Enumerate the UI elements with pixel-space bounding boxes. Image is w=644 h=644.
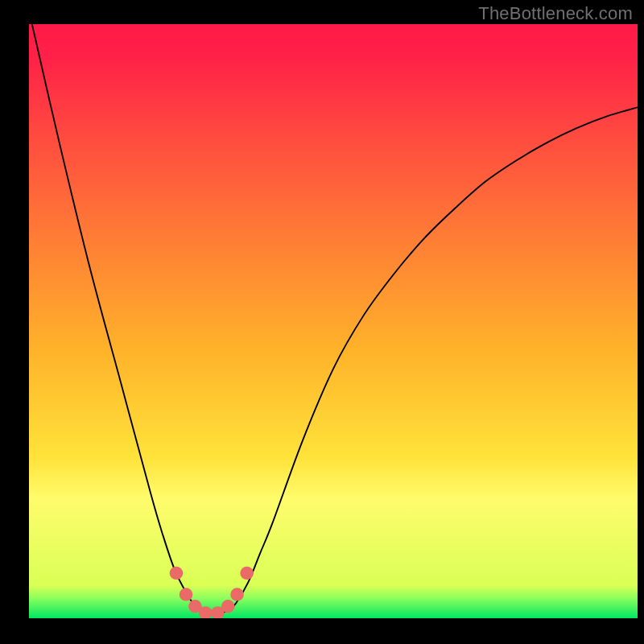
- trough-marker: [170, 567, 184, 580]
- trough-marker: [180, 588, 193, 601]
- trough-marker: [240, 567, 254, 580]
- trough-marker: [230, 588, 244, 601]
- trough-markers: [170, 567, 254, 618]
- curve-layer: [29, 24, 638, 618]
- watermark-text: TheBottleneck.com: [478, 3, 633, 24]
- bottleneck-curve: [32, 24, 638, 614]
- chart-container: TheBottleneck.com: [0, 0, 644, 644]
- trough-marker: [221, 600, 235, 613]
- plot-area: [29, 24, 638, 618]
